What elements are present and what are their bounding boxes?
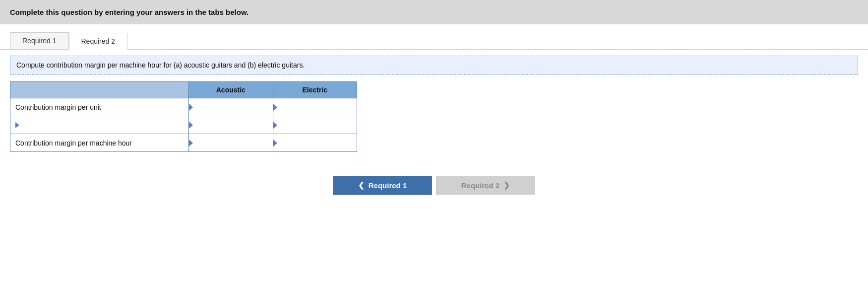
- prev-chevron-icon: [358, 181, 365, 190]
- table-row: [10, 116, 357, 134]
- content-area: Compute contribution margin per machine …: [0, 50, 868, 168]
- col-header-electric: Electric: [273, 82, 357, 98]
- header-text: Complete this question by entering your …: [10, 8, 248, 16]
- row3-electric-input[interactable]: [273, 134, 357, 151]
- table-row: Contribution margin per machine hour: [10, 134, 357, 152]
- row1-electric-input[interactable]: [273, 98, 357, 116]
- row1-label: Contribution margin per unit: [10, 98, 189, 116]
- table-row: Contribution margin per unit: [10, 98, 357, 116]
- tab-required1[interactable]: Required 1: [10, 32, 69, 49]
- prev-button[interactable]: Required 1: [333, 176, 432, 195]
- row1-acoustic-cell[interactable]: [189, 98, 273, 116]
- row3-electric-cell[interactable]: [273, 134, 357, 152]
- header-bar: Complete this question by entering your …: [0, 0, 868, 24]
- row1-electric-cell[interactable]: [273, 98, 357, 116]
- table-wrapper: Acoustic Electric Contribution margin pe…: [10, 81, 858, 152]
- col-header-acoustic: Acoustic: [189, 82, 273, 98]
- row2-acoustic-input[interactable]: [189, 116, 272, 134]
- prev-button-label: Required 1: [369, 181, 407, 190]
- bottom-nav: Required 1 Required 2: [0, 168, 868, 203]
- row2-electric-cell[interactable]: [273, 116, 357, 134]
- row2-label-text: [15, 122, 184, 128]
- instruction-box: Compute contribution margin per machine …: [10, 56, 858, 75]
- instruction-text: Compute contribution margin per machine …: [16, 61, 305, 69]
- tab-required1-label: Required 1: [22, 37, 57, 45]
- row3-acoustic-cell[interactable]: [189, 134, 273, 152]
- col-header-empty: [10, 82, 189, 98]
- tabs-container: Required 1 Required 2: [0, 24, 868, 50]
- tab-required2-label: Required 2: [81, 37, 116, 45]
- row3-label: Contribution margin per machine hour: [10, 134, 189, 152]
- tab-required2[interactable]: Required 2: [69, 33, 128, 50]
- row2-label: [10, 116, 189, 134]
- next-button-label: Required 2: [461, 181, 500, 190]
- next-chevron-icon: [503, 181, 510, 190]
- row2-acoustic-cell[interactable]: [189, 116, 273, 134]
- data-table: Acoustic Electric Contribution margin pe…: [10, 81, 357, 152]
- row3-acoustic-input[interactable]: [189, 134, 272, 151]
- next-button[interactable]: Required 2: [436, 176, 535, 195]
- row2-electric-input[interactable]: [273, 116, 357, 134]
- row1-acoustic-input[interactable]: [189, 98, 272, 116]
